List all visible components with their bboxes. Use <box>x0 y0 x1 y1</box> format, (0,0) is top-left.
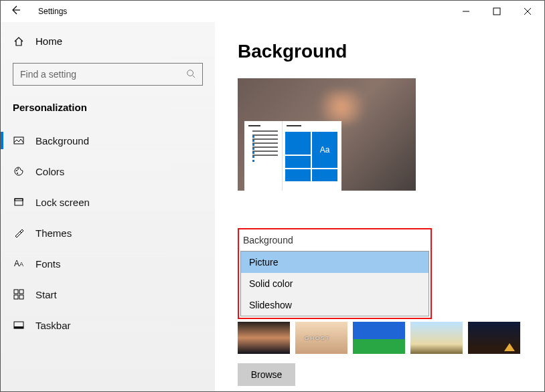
search-placeholder: Find a setting <box>20 69 76 80</box>
svg-point-8 <box>17 169 19 170</box>
window-title: Settings <box>38 7 67 16</box>
nav-colors[interactable]: Colors <box>1 156 215 187</box>
fonts-icon: AA <box>13 259 25 268</box>
dropdown-option-solid-color[interactable]: Solid color <box>241 273 429 294</box>
nav-label: Colors <box>35 166 64 177</box>
page-title: Background <box>238 41 522 62</box>
thumbnail-5[interactable] <box>468 322 520 354</box>
svg-rect-10 <box>15 199 23 205</box>
svg-rect-1 <box>493 8 500 15</box>
minimize-button[interactable] <box>451 1 481 22</box>
nav-start[interactable]: Start <box>1 279 215 310</box>
dropdown-option-slideshow[interactable]: Slideshow <box>241 294 429 316</box>
start-icon <box>13 290 25 299</box>
close-button[interactable] <box>512 1 543 22</box>
svg-rect-14 <box>14 295 18 299</box>
nav-label: Taskbar <box>35 320 71 331</box>
back-button[interactable] <box>10 5 21 18</box>
nav-background[interactable]: Background <box>1 125 215 156</box>
taskbar-icon <box>13 321 25 329</box>
themes-icon <box>13 227 25 238</box>
nav-label: Themes <box>35 227 72 239</box>
svg-rect-15 <box>19 295 23 299</box>
search-input[interactable]: Find a setting <box>13 63 203 86</box>
thumbnail-3[interactable] <box>353 322 405 354</box>
dropdown-option-picture[interactable]: Picture <box>241 252 429 273</box>
highlight-annotation: Background Picture Solid color Slideshow <box>238 228 432 319</box>
thumbnail-2[interactable] <box>295 322 347 354</box>
svg-rect-12 <box>14 290 18 294</box>
svg-rect-17 <box>14 326 23 328</box>
nav-label: Lock screen <box>35 197 90 208</box>
background-dropdown[interactable]: Picture Solid color Slideshow <box>240 251 429 316</box>
svg-line-5 <box>193 75 196 78</box>
preview-sample-text: Aa <box>312 132 337 168</box>
svg-rect-11 <box>15 199 23 201</box>
svg-point-7 <box>16 170 17 171</box>
sidebar: Home Find a setting Personalization Back… <box>1 22 215 391</box>
preview-mock-window: Aa <box>244 121 341 191</box>
settings-window: Settings Home Find a setting Personaliza… <box>0 0 545 392</box>
picture-icon <box>13 135 25 146</box>
home-link[interactable]: Home <box>1 30 215 52</box>
svg-rect-13 <box>19 290 23 294</box>
nav-label: Start <box>35 289 57 300</box>
thumbnail-1[interactable] <box>238 322 290 354</box>
nav-label: Background <box>35 135 89 146</box>
nav-taskbar[interactable]: Taskbar <box>1 310 215 340</box>
svg-point-9 <box>17 173 18 174</box>
home-label: Home <box>35 35 62 47</box>
picture-thumbnails <box>238 322 526 354</box>
search-icon <box>186 69 196 80</box>
nav-lock-screen[interactable]: Lock screen <box>1 187 215 217</box>
maximize-button[interactable] <box>481 1 512 22</box>
section-title: Personalization <box>1 98 215 125</box>
main-panel: Background Aa <box>215 22 544 391</box>
lock-screen-icon <box>13 197 25 207</box>
nav-list: Background Colors Lock screen Themes AA … <box>1 125 215 340</box>
nav-fonts[interactable]: AA Fonts <box>1 248 215 279</box>
thumbnail-4[interactable] <box>410 322 463 354</box>
browse-button[interactable]: Browse <box>238 363 295 386</box>
dropdown-label: Background <box>240 231 429 251</box>
svg-point-4 <box>187 70 193 76</box>
nav-label: Fonts <box>35 258 61 270</box>
home-icon <box>13 36 25 47</box>
background-preview: Aa <box>238 78 416 191</box>
title-bar: Settings <box>1 1 544 22</box>
palette-icon <box>13 166 25 177</box>
nav-themes[interactable]: Themes <box>1 217 215 248</box>
